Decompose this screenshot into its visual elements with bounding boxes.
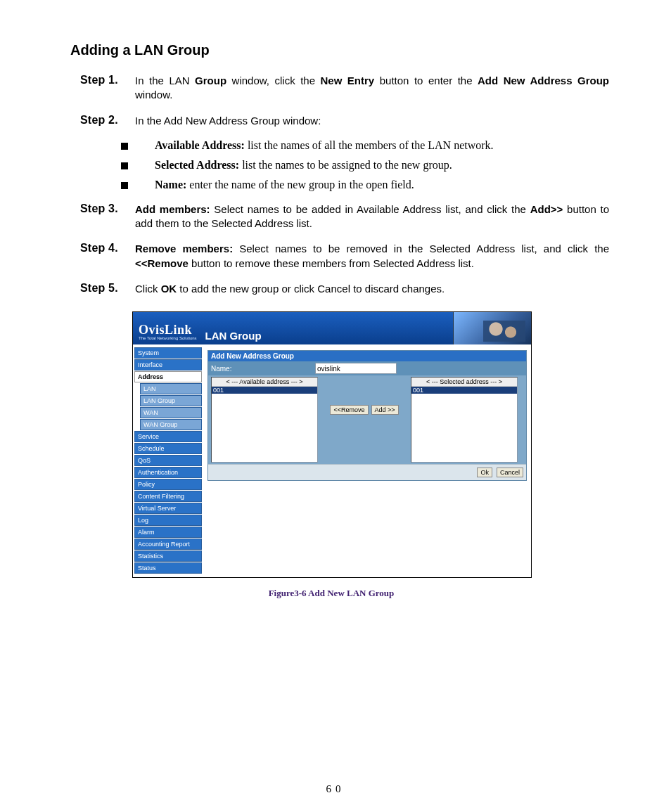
- nav-log[interactable]: Log: [134, 515, 202, 526]
- header-photo: [453, 312, 531, 344]
- cancel-button[interactable]: Cancel: [497, 468, 523, 477]
- figure: OvisLink The Total Networking Solutions …: [132, 311, 530, 599]
- text: to add the new group or click Cancel to …: [177, 283, 445, 295]
- text: button to remove these members from Sele…: [188, 257, 474, 269]
- step-4-label: Step 4.: [80, 242, 135, 254]
- step-2-bullets: Available Address: list the names of all…: [121, 139, 609, 191]
- figure-caption: Figure3-6 Add New LAN Group: [132, 588, 530, 599]
- square-bullet-icon: [121, 143, 128, 150]
- square-bullet-icon: [121, 182, 128, 189]
- text-bold: <<Remove: [135, 257, 188, 269]
- text-bold: Available Address:: [155, 139, 245, 151]
- remove-button[interactable]: <<Remove: [330, 405, 368, 415]
- square-bullet-icon: [121, 162, 128, 169]
- text: In the LAN: [135, 75, 195, 86]
- nav-interface[interactable]: Interface: [134, 359, 202, 370]
- header-title: LAN Group: [205, 330, 262, 342]
- selected-address-list[interactable]: < --- Selected address --- > 001: [411, 377, 518, 463]
- nav-system[interactable]: System: [134, 347, 202, 359]
- nav-address[interactable]: Address: [134, 371, 202, 382]
- name-input[interactable]: [315, 363, 397, 374]
- screenshot-header: OvisLink The Total Networking Solutions …: [133, 312, 531, 344]
- nav-accounting-report[interactable]: Accounting Report: [134, 539, 202, 550]
- nav-alarm[interactable]: Alarm: [134, 527, 202, 538]
- transfer-buttons: <<Remove Add >>: [321, 377, 408, 415]
- text: enter the name of the new group in the o…: [186, 179, 414, 191]
- nav-policy[interactable]: Policy: [134, 479, 202, 490]
- nav-status[interactable]: Status: [134, 562, 202, 574]
- available-address-list[interactable]: < --- Available address --- > 001: [211, 377, 318, 463]
- section-title: Adding a LAN Group: [70, 42, 609, 58]
- brand-tagline: The Total Networking Solutions: [139, 336, 197, 340]
- step-2: Step 2. In the Add New Address Group win…: [80, 114, 609, 128]
- text: Click: [135, 283, 161, 295]
- selected-header: < --- Selected address --- >: [411, 378, 517, 387]
- ok-button[interactable]: Ok: [477, 468, 492, 477]
- text-bold: Group: [195, 75, 226, 86]
- text: window, click the: [226, 75, 320, 86]
- name-label: Name:: [211, 365, 315, 373]
- text-bold: Add New Address Group: [478, 75, 609, 86]
- bullet-name: Name: enter the name of the new group in…: [121, 179, 609, 191]
- step-3-body: Add members: Select names to be added in…: [135, 202, 609, 231]
- nav-content-filtering[interactable]: Content Filtering: [134, 491, 202, 502]
- text: Select names to be added in Available Ad…: [210, 203, 530, 215]
- text: Select names to be removed in the Select…: [233, 243, 609, 254]
- step-4: Step 4. Remove members: Select names to …: [80, 242, 609, 271]
- nav-wan[interactable]: WAN: [140, 407, 202, 418]
- text-bold: Add>>: [530, 203, 563, 215]
- step-5-label: Step 5.: [80, 282, 135, 295]
- bullet-available-address: Available Address: list the names of all…: [121, 139, 609, 152]
- nav-wan-group[interactable]: WAN Group: [140, 419, 202, 430]
- step-1-label: Step 1.: [80, 74, 135, 86]
- text: window.: [135, 89, 172, 101]
- step-3: Step 3. Add members: Select names to be …: [80, 202, 609, 231]
- nav-schedule[interactable]: Schedule: [134, 443, 202, 454]
- sidebar: System Interface Address LAN LAN Group W…: [133, 344, 203, 577]
- text: list the names to be assigned to the new…: [239, 159, 452, 171]
- text-bold: OK: [161, 283, 177, 295]
- step-4-body: Remove members: Select names to be remov…: [135, 242, 609, 271]
- step-1: Step 1. In the LAN Group window, click t…: [80, 74, 609, 103]
- page-number: 60: [0, 783, 671, 795]
- text: list the names of all the members of the…: [245, 139, 494, 151]
- add-group-panel: Add New Address Group Name: < --- Availa…: [207, 350, 527, 481]
- available-header: < --- Available address --- >: [212, 378, 317, 387]
- step-5-body: Click OK to add the new group or click C…: [135, 282, 609, 296]
- step-3-label: Step 3.: [80, 202, 135, 215]
- text-bold: Name:: [155, 179, 186, 191]
- text-bold: New Entry: [321, 75, 375, 86]
- nav-qos[interactable]: QoS: [134, 455, 202, 466]
- step-2-label: Step 2.: [80, 114, 135, 127]
- selected-item[interactable]: 001: [411, 387, 517, 394]
- ok-cancel-row: Ok Cancel: [208, 464, 526, 480]
- nav-virtual-server[interactable]: Virtual Server: [134, 503, 202, 514]
- step-1-body: In the LAN Group window, click the New E…: [135, 74, 609, 103]
- brand-text: OvisLink: [139, 323, 192, 337]
- text-bold: Selected Address:: [155, 159, 239, 171]
- bullet-selected-address: Selected Address: list the names to be a…: [121, 159, 609, 172]
- panel-title: Add New Address Group: [208, 351, 526, 361]
- step-2-body: In the Add New Address Group window:: [135, 114, 609, 128]
- available-item[interactable]: 001: [212, 387, 317, 394]
- logo: OvisLink The Total Networking Solutions: [133, 320, 203, 344]
- name-row: Name:: [208, 361, 526, 375]
- step-5: Step 5. Click OK to add the new group or…: [80, 282, 609, 296]
- text-bold: Remove members:: [135, 243, 233, 254]
- text: button to enter the: [374, 75, 478, 86]
- screenshot: OvisLink The Total Networking Solutions …: [132, 311, 532, 578]
- nav-lan-group[interactable]: LAN Group: [140, 395, 202, 406]
- main-panel: Add New Address Group Name: < --- Availa…: [203, 344, 531, 577]
- add-button[interactable]: Add >>: [371, 405, 399, 415]
- nav-authentication[interactable]: Authentication: [134, 467, 202, 478]
- nav-service[interactable]: Service: [134, 431, 202, 442]
- nav-lan[interactable]: LAN: [140, 383, 202, 394]
- text-bold: Add members:: [135, 203, 210, 215]
- nav-statistics[interactable]: Statistics: [134, 550, 202, 562]
